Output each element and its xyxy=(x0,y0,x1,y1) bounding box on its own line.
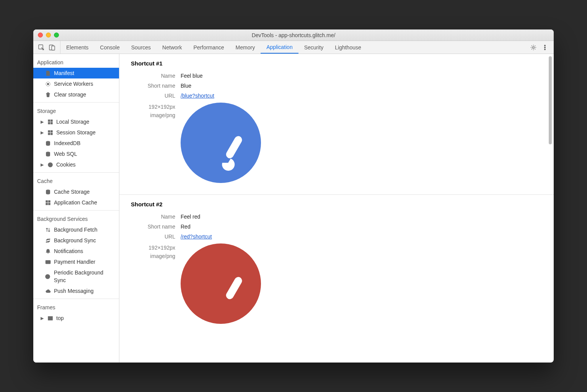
shortcut-section-2: Shortcut #2 NameFeel red Short nameRed U… xyxy=(119,195,554,335)
sidebar-item-local-storage[interactable]: ▶ Local Storage xyxy=(33,116,119,127)
svg-rect-26 xyxy=(46,203,47,205)
svg-rect-11 xyxy=(51,122,52,124)
chevron-right-icon: ▶ xyxy=(40,161,44,168)
sidebar-item-background-fetch[interactable]: Background Fetch xyxy=(33,224,119,235)
svg-rect-28 xyxy=(46,260,50,263)
svg-point-4 xyxy=(545,45,546,46)
panel-tabs: Elements Console Sources Network Perform… xyxy=(60,41,367,54)
value-name: Feel red xyxy=(181,214,200,220)
sidebar-item-label: Payment Handler xyxy=(54,258,95,266)
scrollbar[interactable] xyxy=(548,56,553,361)
sidebar-item-application-cache[interactable]: Application Cache xyxy=(33,197,119,208)
tab-performance[interactable]: Performance xyxy=(188,41,230,54)
chevron-right-icon: ▶ xyxy=(40,118,44,126)
svg-rect-32 xyxy=(225,276,243,301)
file-icon xyxy=(45,70,51,76)
settings-icon[interactable] xyxy=(530,44,537,51)
cloud-icon xyxy=(45,288,51,294)
sidebar-item-session-storage[interactable]: ▶ Session Storage xyxy=(33,127,119,138)
shortcut-icon-red xyxy=(181,243,261,324)
sidebar-group-application: Application xyxy=(33,56,119,68)
more-icon[interactable] xyxy=(541,44,548,51)
device-toolbar-icon[interactable] xyxy=(49,44,55,51)
main-panel: Shortcut #1 NameFeel blue Short nameBlue… xyxy=(119,54,554,363)
svg-rect-15 xyxy=(51,133,52,135)
updown-icon xyxy=(45,227,51,233)
shortcut-heading: Shortcut #2 xyxy=(131,201,546,207)
sidebar-item-label: Web SQL xyxy=(54,150,77,158)
inspect-icon[interactable] xyxy=(38,44,45,51)
sidebar-item-manifest[interactable]: Manifest xyxy=(33,68,119,78)
svg-rect-8 xyxy=(48,119,50,121)
sidebar-item-label: Cache Storage xyxy=(54,188,90,196)
tab-elements[interactable]: Elements xyxy=(60,41,94,54)
svg-rect-31 xyxy=(225,135,243,160)
svg-point-19 xyxy=(49,163,50,164)
sidebar-item-push-messaging[interactable]: Push Messaging xyxy=(33,286,119,296)
svg-rect-2 xyxy=(52,46,55,50)
scrollbar-thumb[interactable] xyxy=(549,56,552,144)
sidebar-item-label: Application Cache xyxy=(54,199,97,206)
bell-icon xyxy=(45,248,51,254)
icon-mime: image/png xyxy=(131,252,175,260)
sidebar-item-payment-handler[interactable]: Payment Handler xyxy=(33,256,119,267)
cookie-icon xyxy=(47,162,53,168)
tab-network[interactable]: Network xyxy=(157,41,188,54)
sidebar-item-label: Push Messaging xyxy=(54,287,94,295)
tab-lighthouse[interactable]: Lighthouse xyxy=(329,41,367,54)
window-title: DevTools - app-shortcuts.glitch.me/ xyxy=(33,32,554,38)
sidebar-item-cache-storage[interactable]: Cache Storage xyxy=(33,186,119,197)
svg-point-22 xyxy=(51,165,52,166)
value-url-link[interactable]: /blue?shortcut xyxy=(181,93,214,99)
svg-rect-30 xyxy=(48,316,52,320)
sidebar-item-label: IndexedDB xyxy=(54,139,80,147)
label-name: Name xyxy=(131,73,181,79)
tab-security[interactable]: Security xyxy=(298,41,329,54)
sidebar-item-cookies[interactable]: ▶ Cookies xyxy=(33,159,119,170)
frame-icon xyxy=(47,315,53,321)
tab-console[interactable]: Console xyxy=(94,41,125,54)
label-short-name: Short name xyxy=(131,224,181,230)
svg-rect-12 xyxy=(48,130,50,132)
sidebar-item-label: Periodic Background Sync xyxy=(54,269,116,284)
card-icon xyxy=(45,259,51,265)
label-name: Name xyxy=(131,214,181,220)
svg-rect-25 xyxy=(48,200,50,202)
icon-size: 192×192px xyxy=(131,103,175,111)
chevron-right-icon: ▶ xyxy=(40,129,44,136)
sidebar-item-top[interactable]: ▶ top xyxy=(33,313,119,323)
sync-icon xyxy=(45,237,51,243)
label-url: URL xyxy=(131,234,181,240)
tab-memory[interactable]: Memory xyxy=(230,41,261,54)
svg-point-6 xyxy=(545,49,546,50)
sidebar-item-background-sync[interactable]: Background Sync xyxy=(33,235,119,246)
tab-application[interactable]: Application xyxy=(261,41,298,54)
sidebar-item-service-workers[interactable]: Service Workers xyxy=(33,78,119,89)
sidebar-item-label: Background Sync xyxy=(54,237,96,244)
sidebar-item-label: Local Storage xyxy=(56,118,89,126)
shortcut-section-1: Shortcut #1 NameFeel blue Short nameBlue… xyxy=(119,54,554,195)
database-icon xyxy=(45,140,51,146)
svg-point-20 xyxy=(51,164,51,165)
svg-rect-10 xyxy=(48,122,50,124)
svg-point-18 xyxy=(48,162,52,167)
sidebar-group-background: Background Services xyxy=(33,213,119,224)
value-url-link[interactable]: /red?shortcut xyxy=(181,234,212,240)
value-short-name: Blue xyxy=(181,83,191,89)
database-icon xyxy=(45,151,51,157)
icon-size: 192×192px xyxy=(131,243,175,252)
svg-rect-27 xyxy=(48,203,50,205)
gear-icon xyxy=(45,81,51,87)
sidebar-group-storage: Storage xyxy=(33,105,119,116)
sidebar-item-indexeddb[interactable]: IndexedDB xyxy=(33,138,119,149)
sidebar-item-clear-storage[interactable]: Clear storage xyxy=(33,89,119,100)
value-short-name: Red xyxy=(181,224,191,230)
titlebar: DevTools - app-shortcuts.glitch.me/ xyxy=(33,29,554,41)
sidebar-item-label: Session Storage xyxy=(56,129,96,136)
tab-sources[interactable]: Sources xyxy=(126,41,157,54)
sidebar-item-websql[interactable]: Web SQL xyxy=(33,149,119,159)
sidebar-item-notifications[interactable]: Notifications xyxy=(33,246,119,256)
sidebar-item-periodic-sync[interactable]: Periodic Background Sync xyxy=(33,267,119,286)
value-name: Feel blue xyxy=(181,73,203,79)
brush-icon xyxy=(210,132,253,175)
